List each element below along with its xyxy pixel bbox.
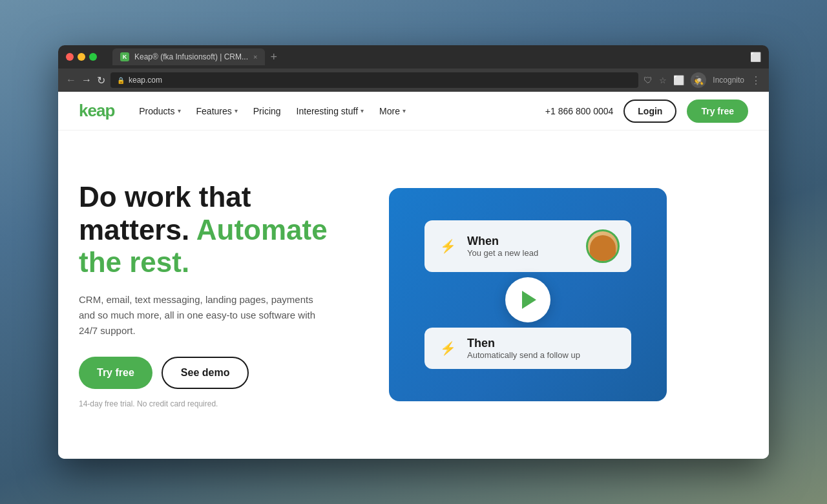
play-button[interactable] — [505, 277, 550, 322]
phone-number: +1 866 800 0004 — [545, 106, 614, 116]
when-sub: You get a new lead — [467, 248, 578, 258]
back-button[interactable]: ← — [66, 74, 76, 86]
avatar — [586, 229, 620, 263]
tab-title: Keap® (fka Infusionsoft) | CRM... — [134, 52, 248, 61]
lightning-icon: ⚡ — [436, 235, 459, 258]
website: keap Products ▾ Features ▾ Pricing Inter… — [58, 92, 769, 459]
bolt-icon: ⚡ — [436, 337, 459, 360]
traffic-lights — [66, 53, 97, 61]
try-free-hero-button[interactable]: Try free — [79, 357, 152, 389]
trial-note: 14-day free trial. No credit card requir… — [79, 399, 363, 408]
hero-left: Do work that matters. Automate the rest.… — [79, 181, 363, 408]
then-label: Then — [467, 337, 620, 350]
tab-bar: K Keap® (fka Infusionsoft) | CRM... × + — [112, 48, 745, 65]
titlebar: K Keap® (fka Infusionsoft) | CRM... × + … — [58, 45, 769, 68]
when-card: ⚡ When You get a new lead — [424, 220, 631, 272]
then-card-text: Then Automatically send a follow up — [467, 337, 620, 360]
fullscreen-button[interactable] — [89, 53, 97, 61]
hero-buttons: Try free See demo — [79, 357, 363, 389]
close-button[interactable] — [66, 53, 74, 61]
nav-right: +1 866 800 0004 Login Try free — [545, 100, 748, 123]
nav-links: Products ▾ Features ▾ Pricing Interestin… — [132, 102, 545, 120]
new-tab-button[interactable]: + — [270, 50, 277, 64]
site-nav: keap Products ▾ Features ▾ Pricing Inter… — [58, 92, 769, 131]
url-text: keap.com — [129, 76, 162, 85]
tab-close-icon[interactable]: × — [253, 53, 257, 61]
hero-section: Do work that matters. Automate the rest.… — [58, 131, 769, 459]
interesting-chevron-icon: ▾ — [361, 107, 364, 114]
incognito-label: Incognito — [713, 76, 744, 85]
address-bar[interactable]: 🔒 keap.com — [110, 72, 638, 88]
products-chevron-icon: ▾ — [178, 107, 181, 114]
features-chevron-icon: ▾ — [235, 107, 238, 114]
forward-button[interactable]: → — [81, 74, 92, 86]
hero-subtext: CRM, email, text messaging, landing page… — [79, 292, 324, 339]
browser-window: K Keap® (fka Infusionsoft) | CRM... × + … — [58, 45, 769, 459]
browser-tab[interactable]: K Keap® (fka Infusionsoft) | CRM... × — [112, 48, 265, 65]
window-icon[interactable]: ⬜ — [750, 52, 761, 62]
play-icon — [522, 291, 536, 309]
nav-interesting[interactable]: Interesting stuff ▾ — [290, 102, 370, 120]
extension-icon[interactable]: 🛡 — [644, 75, 653, 85]
bookmark-icon[interactable]: ☆ — [659, 76, 667, 85]
refresh-button[interactable]: ↻ — [97, 74, 105, 87]
try-free-nav-button[interactable]: Try free — [687, 100, 748, 123]
incognito-icon: 🕵 — [691, 72, 706, 88]
lock-icon: 🔒 — [117, 77, 125, 84]
tab-favicon: K — [120, 52, 129, 61]
nav-pricing[interactable]: Pricing — [247, 102, 288, 120]
more-chevron-icon: ▾ — [403, 107, 406, 114]
nav-features[interactable]: Features ▾ — [190, 102, 244, 120]
keap-logo[interactable]: keap — [79, 101, 114, 121]
hero-illustration: ⚡ When You get a new lead ⚡ — [389, 188, 667, 401]
hero-heading: Do work that matters. Automate the rest. — [79, 181, 363, 279]
then-card: ⚡ Then Automatically send a follow up — [424, 328, 631, 369]
nav-more[interactable]: More ▾ — [373, 102, 412, 120]
when-card-text: When You get a new lead — [467, 235, 578, 258]
addressbar: ← → ↻ 🔒 keap.com 🛡 ☆ ⬜ 🕵 Incognito ⋮ — [58, 68, 769, 92]
minimize-button[interactable] — [78, 53, 85, 61]
cast-icon[interactable]: ⬜ — [673, 75, 684, 85]
login-button[interactable]: Login — [623, 100, 676, 123]
when-label: When — [467, 235, 578, 248]
addressbar-actions: 🛡 ☆ ⬜ 🕵 Incognito ⋮ — [644, 72, 761, 88]
see-demo-button[interactable]: See demo — [162, 357, 249, 389]
window-controls: ⬜ — [750, 52, 761, 62]
then-sub: Automatically send a follow up — [467, 350, 620, 360]
nav-products[interactable]: Products ▾ — [132, 102, 187, 120]
menu-button[interactable]: ⋮ — [751, 74, 761, 87]
